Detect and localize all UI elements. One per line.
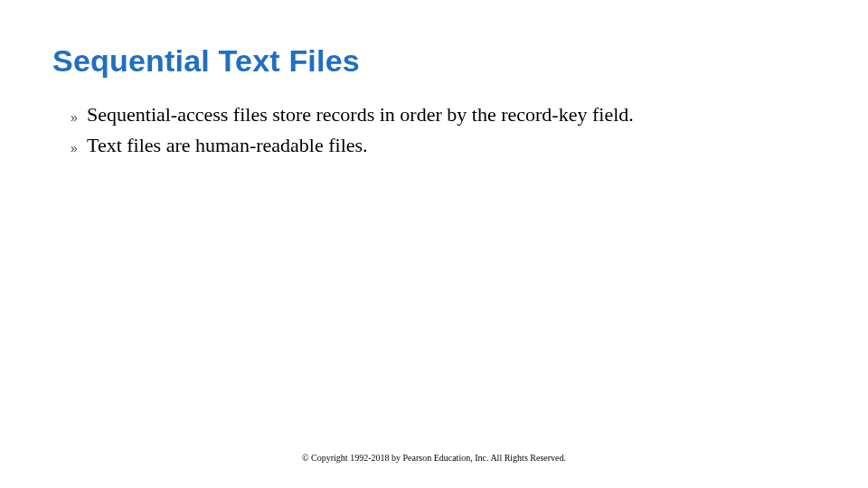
copyright-footer: © Copyright 1992-2018 by Pearson Educati… (0, 453, 868, 463)
bullet-icon: » (71, 109, 87, 127)
bullet-icon: » (71, 140, 87, 157)
slide-title: Sequential Text Files (52, 43, 360, 79)
list-item: » Text files are human-readable files. (71, 132, 814, 159)
bullet-list: » Sequential-access files store records … (71, 101, 814, 162)
slide: Sequential Text Files » Sequential-acces… (0, 0, 868, 488)
bullet-text: Text files are human-readable files. (87, 132, 368, 159)
list-item: » Sequential-access files store records … (71, 101, 814, 128)
bullet-text: Sequential-access files store records in… (87, 101, 634, 128)
